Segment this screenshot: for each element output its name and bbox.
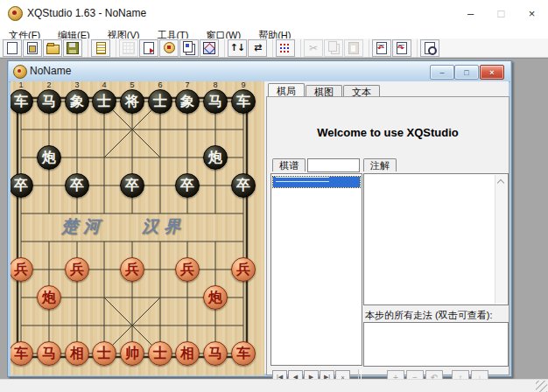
black-piece-马-c8r1[interactable]: 马 [203,89,228,114]
red-piece-兵-c7r7[interactable]: 兵 [175,257,200,282]
paste-button[interactable] [344,39,363,57]
app-icon [8,6,23,21]
column-number: 1 [18,81,23,89]
black-piece-士-c6r1[interactable]: 士 [148,89,172,114]
child-close-button[interactable]: × [480,65,504,80]
game-list-selected-item[interactable] [273,177,360,187]
book-forward-icon [397,42,407,54]
black-piece-士-c4r1[interactable]: 士 [92,89,116,114]
print-preview-icon [425,42,435,54]
show-moves-button[interactable] [276,39,295,57]
scroll-up-icon[interactable] [497,179,504,186]
child-title-bar[interactable]: NoName – □ × [9,61,510,82]
black-piece-卒-c5r4[interactable]: 卒 [120,173,144,198]
red-piece-士-c6r10[interactable]: 士 [148,341,172,366]
panel-tab-strip: 棋局棋图文本 [268,82,381,97]
column-number: 2 [46,81,51,89]
red-piece-兵-c9r7[interactable]: 兵 [231,257,256,282]
xiangqi-board[interactable]: 楚河 汉界 123456789车马象士将士象马车炮炮卒卒卒卒卒兵兵兵兵兵炮炮车马… [11,81,264,375]
copy-icon [328,41,337,52]
black-piece-卒-c7r4[interactable]: 卒 [175,173,200,198]
board-grid-lines [11,81,264,375]
new-board-icon [27,42,38,54]
game-list[interactable] [270,173,362,366]
copy-board-button[interactable] [179,39,199,57]
save-icon [67,42,79,54]
river-text-left: 楚河 [61,215,105,238]
black-piece-炮-c2r3[interactable]: 炮 [37,145,61,170]
welcome-text: Welcome to use XQStudio [267,126,509,139]
red-piece-兵-c3r7[interactable]: 兵 [65,257,89,282]
red-piece-帅-c5r10[interactable]: 帅 [120,341,144,366]
open-button[interactable] [43,39,62,57]
toolbar-separator [112,39,116,57]
board-setup-button[interactable] [119,39,138,57]
tab-zhujie[interactable]: 注解 [363,158,397,172]
demo-board-button[interactable] [200,39,219,57]
red-piece-相-c3r10[interactable]: 相 [65,341,89,366]
child-maximize-button[interactable]: □ [454,65,479,80]
column-number: 4 [102,81,106,89]
red-piece-士-c4r10[interactable]: 士 [92,341,116,366]
annotation-textarea[interactable] [363,173,509,305]
cut-icon: ✂ [309,41,318,55]
flip-horizontal-icon: ⇄ [254,40,261,56]
black-piece-象-c7r1[interactable]: 象 [175,89,200,114]
black-piece-车-c9r1[interactable]: 车 [231,89,256,114]
edit-position-button[interactable] [159,39,179,57]
export-doc-icon [144,42,154,54]
red-piece-兵-c5r7[interactable]: 兵 [120,257,144,282]
column-number: 8 [213,81,217,89]
tab-qipu[interactable]: 棋谱 [272,158,306,172]
red-piece-马-c2r10[interactable]: 马 [37,341,61,366]
moves-list[interactable] [363,322,509,367]
flip-vertical-icon: ↑↓ [230,40,244,56]
child-window-icon [13,65,27,79]
black-piece-象-c3r1[interactable]: 象 [65,89,89,114]
black-piece-将-c5r1[interactable]: 将 [120,89,144,114]
export-doc-button[interactable] [139,39,158,57]
book-forward-button[interactable] [392,39,411,57]
new-board-button[interactable] [23,39,42,57]
game-list-button[interactable] [91,39,110,57]
window-title: XQStudio 1.63 - NoName [27,7,146,19]
selected-item-text [276,177,329,182]
close-button[interactable]: × [516,0,547,26]
print-preview-button[interactable] [420,39,439,57]
game-list-icon [96,42,106,54]
black-piece-炮-c8r3[interactable]: 炮 [203,145,228,170]
red-piece-车-c9r10[interactable]: 车 [231,341,256,366]
new-button[interactable] [3,39,22,57]
minimize-button[interactable]: – [455,0,486,26]
child-window-title: NoName [30,65,71,77]
copy-button[interactable] [324,39,343,57]
resize-grip[interactable] [536,381,547,392]
column-number: 7 [185,81,189,89]
save-button[interactable] [63,39,82,57]
child-minimize-button[interactable]: – [430,65,454,80]
qipu-input[interactable] [307,158,360,172]
column-number: 3 [74,81,79,89]
red-piece-相-c7r10[interactable]: 相 [175,341,200,366]
flip-horizontal-button[interactable]: ⇄ [248,39,267,57]
toolbar-separator [221,39,225,57]
status-bar [0,379,548,392]
book-back-icon [376,42,387,54]
red-piece-马-c8r10[interactable]: 马 [203,341,228,366]
black-piece-卒-c3r4[interactable]: 卒 [65,173,89,198]
annotation-scrollbar[interactable] [495,175,507,304]
black-piece-马-c2r1[interactable]: 马 [37,89,61,114]
maximize-button[interactable]: □ [486,0,516,26]
board-setup-icon [123,42,135,54]
book-back-button[interactable] [372,39,391,57]
new-icon [7,42,18,54]
red-piece-炮-c8r8[interactable]: 炮 [203,285,228,310]
moves-label: 本步的所有走法 (双击可查看): [365,309,492,322]
child-window: NoName – □ × 楚河 汉界 123456789车马象士将士象马车炮炮卒… [7,60,512,377]
cut-button[interactable]: ✂ [304,39,323,57]
red-piece-炮-c2r8[interactable]: 炮 [37,285,61,310]
title-bar[interactable]: XQStudio 1.63 - NoName – □ × [0,0,548,26]
column-number: 5 [130,81,134,89]
black-piece-卒-c9r4[interactable]: 卒 [231,173,256,198]
flip-vertical-button[interactable]: ↑↓ [228,39,247,57]
